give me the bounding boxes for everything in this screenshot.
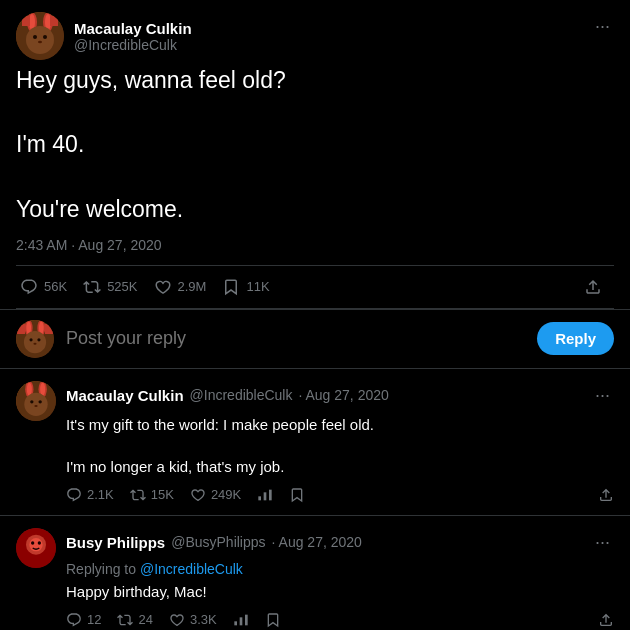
tweet-header: Macaulay Culkin @IncredibleCulk ··· — [16, 12, 614, 60]
main-tweet: Macaulay Culkin @IncredibleCulk ··· Hey … — [0, 0, 630, 310]
tweet-line2: I'm 40. — [16, 128, 614, 160]
retweet-icon — [83, 278, 101, 296]
reply2-like-count: 3.3K — [190, 612, 217, 627]
reply1-display-name: Macaulay Culkin — [66, 387, 184, 404]
svg-rect-27 — [259, 496, 262, 500]
reply1-retweet-action[interactable]: 15K — [130, 487, 174, 503]
svg-point-34 — [38, 541, 41, 544]
reply1-reply-count: 2.1K — [87, 487, 114, 502]
reply1-date: · Aug 27, 2020 — [298, 387, 388, 403]
reply1-avatar — [16, 381, 56, 421]
reply2-retweet-icon — [117, 612, 133, 628]
svg-point-13 — [39, 322, 44, 335]
svg-point-24 — [30, 400, 33, 403]
reply2-actions: 12 24 3.3K — [66, 612, 614, 628]
reply1-analytics-action[interactable] — [257, 487, 273, 503]
reply2-share-action[interactable] — [598, 612, 614, 628]
retweet-count: 525K — [107, 279, 137, 294]
reply1-body-line1: It's my gift to the world: I make people… — [66, 414, 614, 435]
reply2-reply-action[interactable]: 12 — [66, 612, 101, 628]
tweet-line1: Hey guys, wanna feel old? — [16, 64, 614, 96]
svg-point-15 — [29, 338, 32, 341]
svg-point-33 — [31, 541, 34, 544]
reply-action[interactable]: 56K — [16, 274, 79, 300]
reply2-username: @BusyPhilipps — [171, 534, 265, 550]
reply1-reply-action[interactable]: 2.1K — [66, 487, 114, 503]
reply1-username: @IncredibleCulk — [190, 387, 293, 403]
reply1-bookmark-icon — [289, 487, 305, 503]
svg-point-7 — [43, 35, 47, 39]
reply-button[interactable]: Reply — [537, 322, 614, 355]
like-action[interactable]: 2.9M — [150, 274, 219, 300]
reply2-analytics-icon — [233, 612, 249, 628]
retweet-action[interactable]: 525K — [79, 274, 149, 300]
reply2-analytics-action[interactable] — [233, 612, 249, 628]
svg-point-6 — [33, 35, 37, 39]
more-options-icon[interactable]: ··· — [591, 12, 614, 41]
share-action[interactable] — [580, 274, 614, 300]
replying-to: Replying to @IncredibleCulk — [66, 561, 614, 577]
reply-box: Reply — [0, 310, 630, 369]
svg-point-23 — [24, 393, 47, 416]
reply1-header: Macaulay Culkin @IncredibleCulk · Aug 27… — [66, 381, 614, 410]
bookmark-icon — [222, 278, 240, 296]
reply-icon — [20, 278, 38, 296]
reply2-reply-icon — [66, 612, 82, 628]
reply-tweet-1: Macaulay Culkin @IncredibleCulk · Aug 27… — [0, 369, 630, 516]
reply2-retweet-action[interactable]: 24 — [117, 612, 152, 628]
svg-point-12 — [26, 322, 31, 335]
reply2-retweet-count: 24 — [138, 612, 152, 627]
share-icon — [584, 278, 602, 296]
reply1-like-action[interactable]: 249K — [190, 487, 241, 503]
reply1-analytics-icon — [257, 487, 273, 503]
svg-point-17 — [33, 343, 36, 345]
svg-point-25 — [39, 400, 42, 403]
reply1-share-icon — [598, 487, 614, 503]
reply2-header: Busy Philipps @BusyPhilipps · Aug 27, 20… — [66, 528, 614, 557]
reply2-display-name: Busy Philipps — [66, 534, 165, 551]
svg-rect-35 — [234, 621, 237, 625]
bookmark-count: 11K — [246, 279, 269, 294]
reply1-body: It's my gift to the world: I make people… — [66, 414, 614, 477]
reply1-like-icon — [190, 487, 206, 503]
reply1-actions: 2.1K 15K 249K — [66, 487, 614, 503]
tweet-actions: 56K 525K 2.9M 11K — [16, 265, 614, 309]
reply1-like-count: 249K — [211, 487, 241, 502]
reply2-bookmark-action[interactable] — [265, 612, 281, 628]
reply1-bookmark-action[interactable] — [289, 487, 305, 503]
like-count: 2.9M — [178, 279, 207, 294]
replying-to-link[interactable]: @IncredibleCulk — [140, 561, 243, 577]
svg-point-8 — [38, 41, 42, 43]
reply2-like-icon — [169, 612, 185, 628]
reply2-avatar — [16, 528, 56, 568]
svg-rect-36 — [239, 617, 242, 625]
avatar — [16, 12, 64, 60]
reply-count: 56K — [44, 279, 67, 294]
reply2-reply-count: 12 — [87, 612, 101, 627]
reply-box-avatar — [16, 320, 54, 358]
display-name: Macaulay Culkin — [74, 20, 192, 37]
reply1-more-icon[interactable]: ··· — [591, 381, 614, 410]
reply2-share-icon — [598, 612, 614, 628]
svg-rect-29 — [269, 490, 272, 501]
username: @IncredibleCulk — [74, 37, 192, 53]
reply-input[interactable] — [66, 328, 525, 349]
user-info: Macaulay Culkin @IncredibleCulk — [74, 20, 192, 53]
reply2-more-icon[interactable]: ··· — [591, 528, 614, 557]
svg-point-26 — [34, 405, 37, 407]
reply1-reply-icon — [66, 487, 82, 503]
tweet-line3: You're welcome. — [16, 193, 614, 225]
reply2-body-line1: Happy birthday, Mac! — [66, 581, 614, 602]
reply2-bookmark-icon — [265, 612, 281, 628]
reply1-body-line2: I'm no longer a kid, that's my job. — [66, 456, 614, 477]
reply1-retweet-icon — [130, 487, 146, 503]
svg-point-16 — [37, 338, 40, 341]
reply1-content: Macaulay Culkin @IncredibleCulk · Aug 27… — [66, 381, 614, 503]
reply2-like-action[interactable]: 3.3K — [169, 612, 217, 628]
reply1-share-action[interactable] — [598, 487, 614, 503]
bookmark-action[interactable]: 11K — [218, 274, 281, 300]
reply1-retweet-count: 15K — [151, 487, 174, 502]
reply2-date: · Aug 27, 2020 — [272, 534, 362, 550]
tweet-timestamp: 2:43 AM · Aug 27, 2020 — [16, 237, 614, 253]
svg-rect-28 — [264, 492, 267, 500]
